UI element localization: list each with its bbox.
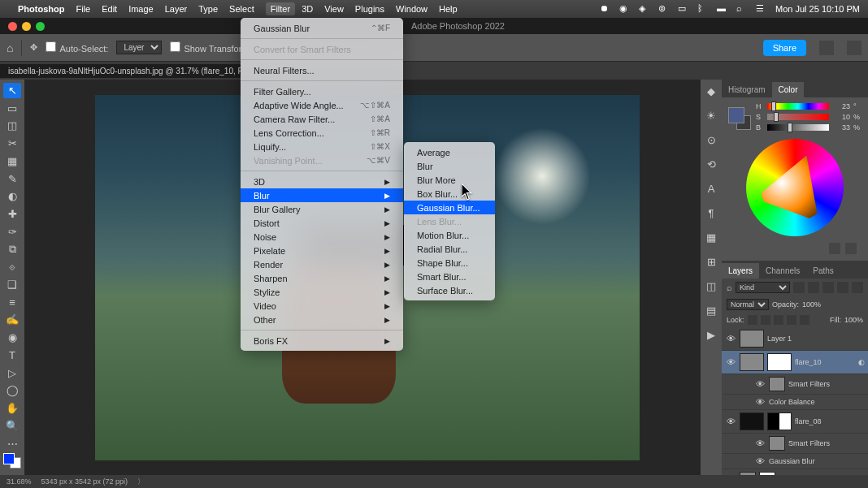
color-swatch[interactable] (3, 453, 21, 469)
layer-row[interactable]: 👁Smart Filters (722, 374, 868, 395)
menu-filter[interactable]: Filter (266, 2, 295, 15)
bt-icon[interactable]: ᛒ (697, 3, 709, 15)
tab-histogram[interactable]: Histogram (722, 82, 772, 97)
menu-window[interactable]: Window (396, 4, 427, 14)
menu-view[interactable]: View (324, 4, 344, 14)
visibility-icon[interactable]: 👁 (754, 379, 766, 389)
sat-slider[interactable] (767, 114, 829, 120)
panel-icon[interactable]: ⊙ (705, 133, 718, 146)
layer-row[interactable]: 👁Curves 2 (722, 469, 868, 475)
tool-path[interactable]: ▷ (3, 365, 21, 381)
menu-item-raw[interactable]: Camera Raw Filter...⇧⌘A (241, 112, 403, 126)
menu-item-stylize[interactable]: Stylize▶ (241, 285, 403, 299)
menu-edit[interactable]: Edit (102, 4, 117, 14)
display-icon[interactable]: ▭ (678, 3, 689, 15)
tool-zoom[interactable]: 🔍 (3, 418, 21, 434)
visibility-icon[interactable]: 👁 (754, 456, 766, 466)
blend-mode[interactable]: Normal (727, 299, 769, 310)
menu-select[interactable]: Select (229, 4, 254, 14)
layer-row[interactable]: 👁flare_10◐ (722, 351, 868, 374)
menu-item-boxblur[interactable]: Box Blur... (404, 187, 495, 201)
menu-item-gaussian[interactable]: Gaussian Blur... (404, 201, 495, 214)
filter-icon[interactable] (837, 282, 848, 293)
panel-icon[interactable]: ◆ (705, 84, 718, 97)
maximize-icon[interactable] (36, 22, 45, 31)
tool-gradient[interactable]: ❑ (3, 277, 21, 292)
tool-hand[interactable]: ✋ (3, 400, 21, 416)
search-icon[interactable] (819, 41, 834, 55)
status-icon[interactable]: ◈ (639, 3, 650, 15)
tab-layers[interactable]: Layers (722, 263, 759, 279)
tab-paths[interactable]: Paths (806, 263, 840, 279)
menu-item-neural[interactable]: Neural Filters... (241, 63, 403, 77)
tool-shape[interactable]: ◯ (3, 382, 21, 398)
minimize-icon[interactable] (22, 22, 31, 31)
menu-item-wide[interactable]: Adaptive Wide Angle...⌥⇧⌘A (241, 98, 403, 112)
layer-row[interactable]: 👁Color Balance (722, 395, 868, 410)
filter-icon[interactable] (852, 282, 863, 293)
tool-type[interactable]: T (3, 348, 21, 363)
menu-image[interactable]: Image (128, 4, 154, 14)
menu-item-liquify[interactable]: Liquify...⇧⌘X (241, 140, 403, 153)
lock-icon[interactable] (774, 315, 783, 325)
color-wheel[interactable] (746, 139, 844, 236)
visibility-icon[interactable]: 👁 (725, 357, 736, 367)
home-icon[interactable]: ⌂ (7, 41, 13, 54)
panel-icon[interactable]: ⊞ (705, 255, 718, 268)
fg-color[interactable] (3, 453, 15, 464)
bri-slider[interactable] (767, 124, 829, 131)
lock-icon[interactable] (787, 315, 796, 325)
menu-layer[interactable]: Layer (165, 4, 188, 14)
autoselect-checkbox[interactable] (46, 41, 56, 52)
layer-thumb[interactable] (740, 330, 764, 348)
menu-help[interactable]: Help (439, 4, 458, 14)
battery-icon[interactable]: ▬ (717, 3, 728, 15)
menu-item-blur[interactable]: Blur (404, 159, 495, 173)
tool-history[interactable]: ⧉ (3, 242, 21, 257)
tool-blur[interactable]: ≡ (3, 295, 21, 310)
visibility-icon[interactable]: 👁 (725, 417, 736, 426)
menu-item-3d[interactable]: 3D▶ (241, 175, 403, 188)
menu-item-blurgallery[interactable]: Blur Gallery▶ (241, 202, 403, 216)
tool-stamp[interactable]: ✑ (3, 224, 21, 240)
menu-item-render[interactable]: Render▶ (241, 257, 403, 271)
zoom-level[interactable]: 31.68% (7, 477, 32, 486)
wifi-icon[interactable]: ⊚ (658, 3, 670, 15)
menu-item-sharpen[interactable]: Sharpen▶ (241, 271, 403, 285)
filter-thumb[interactable] (769, 436, 785, 451)
fill-value[interactable]: 100% (844, 316, 863, 324)
layer-row[interactable]: 👁flare_08 (722, 410, 868, 434)
menu-plugins[interactable]: Plugins (355, 4, 384, 14)
tab-channels[interactable]: Channels (759, 263, 806, 279)
tool-pen[interactable]: ◉ (3, 330, 21, 345)
filter-kind[interactable]: Kind (736, 282, 790, 293)
tool-move[interactable]: ↖ (3, 83, 21, 98)
menu-item-smart[interactable]: Smart Blur... (404, 270, 495, 283)
tool-lasso[interactable]: ◫ (3, 118, 21, 133)
panel-icon[interactable] (845, 243, 857, 254)
lock-icon[interactable] (748, 315, 757, 325)
visibility-icon[interactable]: 👁 (754, 438, 766, 448)
menu-item-distort[interactable]: Distort▶ (241, 216, 403, 230)
menu-item-boris[interactable]: Boris FX▶ (241, 334, 403, 348)
cc-icon[interactable]: ◉ (619, 3, 631, 15)
menubar-clock[interactable]: Mon Jul 25 10:10 PM (775, 4, 860, 14)
tool-brush[interactable]: ✚ (3, 206, 21, 222)
layer-thumb[interactable] (740, 412, 764, 430)
panel-icon[interactable]: ⟲ (705, 158, 718, 171)
spotlight-icon[interactable]: ⌕ (736, 3, 748, 15)
menu-item-motion[interactable]: Motion Blur... (404, 228, 495, 242)
menu-item-surface[interactable]: Surface Blur... (404, 283, 495, 297)
panel-icon[interactable]: ◫ (705, 279, 718, 292)
chevron-right-icon[interactable]: 〉 (137, 477, 145, 487)
autoselect-label[interactable]: Auto-Select: (46, 41, 108, 54)
tool-heal[interactable]: ◐ (3, 188, 21, 204)
menu-item-other[interactable]: Other▶ (241, 313, 403, 326)
panel-icon[interactable]: A (705, 182, 718, 195)
tool-dodge[interactable]: ✍ (3, 313, 21, 328)
menu-item-gallery[interactable]: Filter Gallery... (241, 84, 403, 98)
layer-row[interactable]: 👁Layer 1 (722, 327, 868, 351)
menu-item-radial[interactable]: Radial Blur... (404, 242, 495, 256)
menu-item-lens[interactable]: Lens Correction...⇧⌘R (241, 126, 403, 140)
filter-icon[interactable] (808, 282, 819, 293)
